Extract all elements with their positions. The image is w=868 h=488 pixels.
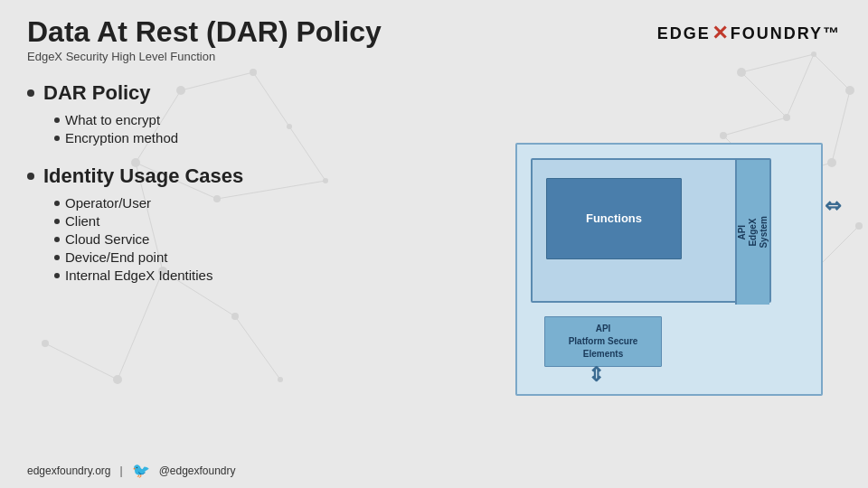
bullet-icon [54,201,60,206]
twitter-icon: 🐦 [132,462,150,479]
page-content: Data At Rest (DAR) Policy EdgeX Security… [0,0,868,488]
list-item: Device/End point [54,249,479,265]
section1-bullet [27,89,34,97]
sub-item-label: Operator/User [65,195,151,211]
api-platform-label: APIPlatform SecureElements [569,324,638,359]
header-title-block: Data At Rest (DAR) Policy EdgeX Security… [27,16,382,63]
section2-sublist: Operator/User Client Cloud Service Devic… [54,195,479,286]
section1-label: DAR Policy [43,81,151,105]
arrow-down-icon: ⇕ [588,363,604,387]
logo-edge: EDGE [657,24,711,43]
bullet-icon [54,255,60,260]
section2-bullet [27,173,34,180]
footer-handle: @edgexfoundry [159,465,236,477]
bullet-icon [54,219,60,224]
api-sidebar: APIEdgeXSystem [735,160,769,305]
main-content: DAR Policy What to encrypt Encryption me… [0,63,868,456]
api-platform-box: APIPlatform SecureElements [544,316,662,367]
diagram-outer: Functions APIEdgeXSystem ⇔ APIPlatform S… [515,143,823,396]
sub-item-label: What to encrypt [65,112,160,127]
diagram-inner-box: Functions APIEdgeXSystem [531,158,771,303]
sub-item-label: Cloud Service [65,231,149,247]
bullet-icon [54,136,60,141]
list-item: Internal EdgeX Identities [54,267,479,283]
section1-sublist: What to encrypt Encryption method [54,112,479,148]
sub-item-label: Client [65,213,99,229]
header: Data At Rest (DAR) Policy EdgeX Security… [0,0,868,63]
bullet-icon [54,273,60,278]
sub-item-label: Device/End point [65,249,167,265]
list-item: Operator/User [54,195,479,211]
right-panel: Functions APIEdgeXSystem ⇔ APIPlatform S… [497,72,841,447]
footer-url: edgexfoundry.org [27,465,111,477]
list-item: What to encrypt [54,112,479,127]
sub-item-label: Encryption method [65,130,178,145]
logo-foundry: FOUNDRY™ [731,24,841,43]
footer-divider: | [120,465,123,477]
page-subtitle: EdgeX Security High Level Function [27,50,382,63]
functions-label: Functions [586,211,642,225]
logo: EDGE ✕ FOUNDRY™ [657,22,841,45]
left-panel: DAR Policy What to encrypt Encryption me… [27,72,479,447]
logo-x: ✕ [712,22,730,45]
page-title: Data At Rest (DAR) Policy [27,16,382,48]
section2-header: Identity Usage Cases [27,164,479,188]
arrow-right-icon: ⇔ [825,194,841,218]
bullet-icon [54,117,60,123]
footer: edgexfoundry.org | 🐦 @edgexfoundry [0,456,868,488]
list-item: Encryption method [54,130,479,145]
sub-item-label: Internal EdgeX Identities [65,267,212,283]
api-sidebar-text: APIEdgeXSystem [737,216,769,249]
section2-label: Identity Usage Cases [43,164,243,188]
bullet-icon [54,237,60,242]
functions-box: Functions [546,178,682,259]
list-item: Client [54,213,479,229]
section1-header: DAR Policy [27,81,479,105]
list-item: Cloud Service [54,231,479,247]
